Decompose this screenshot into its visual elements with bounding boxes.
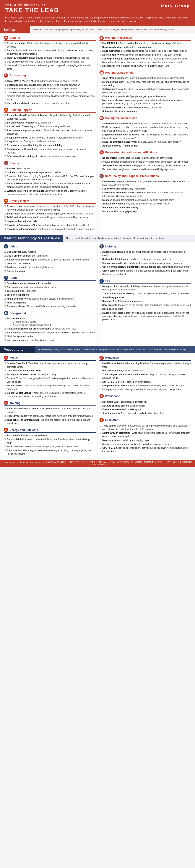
you-list: Manage color contrast in clothing choice… bbox=[100, 285, 191, 322]
header-subtitle: Virtual Selling Checklist: bbox=[5, 4, 59, 6]
list-item: Think 2D engagement and provide stimulus… bbox=[4, 56, 96, 60]
energy-title: 💪 Energy and Self-Care bbox=[4, 428, 96, 433]
list-item: 2. Green screen with digital background bbox=[10, 323, 96, 327]
motivation-title: 🚀 Motivation bbox=[100, 355, 191, 361]
list-item: Review background for professionalism: D… bbox=[4, 327, 96, 331]
list-item: Keep video on: Seeing you builds rapport… bbox=[4, 140, 96, 143]
list-item: Manage color contrast in clothing choice… bbox=[100, 285, 191, 292]
impact-title: 📊 Making the Impact Case bbox=[100, 116, 191, 121]
list-item: Make instructions clear for how to enter… bbox=[100, 49, 191, 53]
list-item: Take Treasured TIME for yourself doing t… bbox=[4, 445, 96, 448]
rapport-icon: 🤝 bbox=[4, 108, 8, 112]
general-title: ★ General bbox=[4, 36, 96, 40]
execution-block: ⚡ Execution TIME Sprint: Execute in the … bbox=[100, 418, 191, 453]
tech-content: 📹 Video Use video for every meeting Use … bbox=[0, 242, 195, 346]
lighting-block: 💡 Lighting Manage face lighting so it's … bbox=[100, 244, 191, 276]
impact-block: 📊 Making the Impact Case Know the impact… bbox=[100, 116, 191, 148]
list-item: Get a high-quality external mic or heads… bbox=[4, 282, 96, 285]
tech-left-col: 📹 Video Use video for every meeting Use … bbox=[2, 244, 98, 345]
list-item: Use RAIN Sales Conversation Planner to p… bbox=[100, 42, 191, 45]
tech-right-col: 💡 Lighting Manage face lighting so it's … bbox=[98, 244, 193, 345]
list-item: Reduce backlighting and overheads that c… bbox=[100, 258, 191, 261]
list-item: Engage with perception questions: Ask, "… bbox=[100, 133, 191, 140]
list-item: Do your homework: Research and know what… bbox=[100, 53, 191, 57]
list-item: Do less: Think, "If it's not going ho, i… bbox=[4, 377, 96, 384]
header-left: Virtual Selling Checklist: TAKE THE LEAD bbox=[5, 4, 59, 14]
tech-desc: Here are guidelines & tips specifically … bbox=[63, 235, 195, 242]
uncovering-list: Be organized: There's less tolerance for… bbox=[100, 156, 191, 171]
selling-section-header: Selling Here are guidelines and tips gea… bbox=[0, 26, 195, 33]
lighting-list: Manage face lighting so it's even with m… bbox=[100, 250, 191, 276]
driving-insight-title: 💡 Driving Insight bbox=[4, 198, 96, 204]
new-reality-icon: 🌐 bbox=[100, 174, 104, 178]
execution-list: TIME Sprint: Execute in the Zone and be … bbox=[100, 424, 191, 453]
list-item: Record your calls: With permission, reco… bbox=[4, 414, 96, 418]
motivation-block: 🚀 Motivation Use Extreme Productivity Mo… bbox=[100, 355, 191, 391]
list-item: 1. Prepare actual setting bbox=[10, 320, 96, 323]
list-item: Open strong with rapport, story, and eng… bbox=[100, 76, 191, 80]
selling-label: Selling bbox=[0, 26, 30, 33]
list-item: Demonstrate capability, integrity, and d… bbox=[4, 144, 96, 147]
list-item: Build rapport with email: Add personalit… bbox=[4, 148, 96, 155]
list-item: Watch the buyer's body language: Keep yo… bbox=[4, 189, 96, 196]
list-item: Make your ROI case graphically bbox=[100, 210, 191, 213]
focus-list: Obsess Over TIME: Take Treasured, increa… bbox=[4, 362, 96, 398]
audio-icon: 🎤 bbox=[4, 276, 8, 280]
rapport-block: 🤝 Building Rapport Remember the 4 Princi… bbox=[4, 108, 96, 158]
motivation-icon: 🚀 bbox=[100, 355, 104, 360]
workspace-icon: 🏠 bbox=[100, 394, 104, 398]
meeting-prep-list: Use RAIN Sales Conversation Planner to p… bbox=[100, 42, 191, 68]
header-desc: With virtual selling it's more important… bbox=[5, 16, 190, 23]
list-item: Shut the door for full concentration and… bbox=[100, 412, 191, 415]
list-item: Be organized: There's less tolerance for… bbox=[100, 156, 191, 160]
list-item: Minimize home noises such as barking, vo… bbox=[4, 297, 96, 301]
list-item: Move your phone and close messaging apps bbox=[100, 439, 191, 442]
list-item: Remain 1.5 to 2 feet from the camera bbox=[100, 300, 191, 303]
list-item: Share ideas, case studies, concepts, whi… bbox=[4, 212, 96, 216]
list-item: Ask non-work support questions: Proactiv… bbox=[4, 129, 96, 136]
list-item: Use green screen for digital background … bbox=[4, 339, 96, 342]
list-item: Green screen: If room lighting is hard t… bbox=[100, 269, 191, 276]
selling-content: ★ General Create advantage: Exhibit virt… bbox=[0, 33, 195, 235]
list-item: Use email: Communicate around meetings w… bbox=[4, 64, 96, 71]
list-item: Consider solitary/WFH disadvantages: Iso… bbox=[4, 91, 96, 101]
meeting-mgmt-icon: 📅 bbox=[100, 70, 104, 75]
general-icon: ★ bbox=[4, 36, 8, 40]
selling-desc: Here are guidelines and tips geared spec… bbox=[30, 26, 195, 33]
meeting-mgmt-title: 📅 Meeting Management bbox=[100, 70, 191, 75]
list-item: Test sound prior to meetings bbox=[4, 289, 96, 293]
execution-icon: ⚡ bbox=[100, 418, 104, 422]
list-item: Tell Convincing Stories to educate and i… bbox=[4, 216, 96, 219]
selling-left-col: ★ General Create advantage: Exhibit virt… bbox=[2, 36, 98, 234]
prospecting-list: Think WAVE: Winner's Mindset, Attraction… bbox=[4, 80, 96, 105]
list-item: Think WAVE: Winner's Mindset, Attraction… bbox=[4, 80, 96, 83]
audio-title: 🎤 Audio bbox=[4, 276, 96, 281]
list-item: Run tech checks for important meetings (… bbox=[100, 198, 191, 202]
list-item: Two core options: 1. Prepare actual sett… bbox=[4, 317, 96, 327]
list-item: Use video for every meeting bbox=[4, 250, 96, 254]
impact-icon: 📊 bbox=[100, 116, 104, 120]
focus-title: 🎯 Focus bbox=[4, 355, 96, 361]
list-item: Ask questions beforehand to engage and t… bbox=[100, 164, 191, 167]
list-item: Use a VB filter and test prior to meetin… bbox=[4, 254, 96, 258]
video-title: 📹 Video bbox=[4, 244, 96, 249]
workspace-title: 🏠 Workspace bbox=[100, 394, 191, 399]
list-item: Be authentic: Real office settings are b… bbox=[4, 331, 96, 335]
list-item: Use Extreme Productivity Morning Routine… bbox=[100, 362, 191, 369]
list-item: Prepare targeted questions to demonstrat… bbox=[100, 160, 191, 164]
list-item: Use color temperature adjustments for hu… bbox=[100, 265, 191, 269]
prod-section-header: Productivity When selling virtually, it'… bbox=[0, 346, 195, 353]
list-item: Create advantage: Exhibit virtual best p… bbox=[4, 42, 96, 49]
prod-right-col: 🚀 Motivation Use Extreme Productivity Mo… bbox=[98, 355, 193, 458]
list-item: Provide detailed summaries and follow up… bbox=[4, 227, 96, 231]
rain-logo: RAIN Group bbox=[161, 4, 190, 8]
list-item: Customize and personalize outreach to bu… bbox=[4, 83, 96, 87]
general-block: ★ General Create advantage: Exhibit virt… bbox=[4, 36, 96, 71]
you-block: 👤 You Manage color contrast in clothing … bbox=[100, 279, 191, 322]
video-list: Use video for every meeting Use a VB fil… bbox=[4, 250, 96, 273]
energy-block: 💪 Energy and Self-Care Practice mindfuln… bbox=[4, 428, 96, 456]
list-item: Know words, what, and spoken expectation… bbox=[100, 45, 191, 49]
training-list: Be proactive with your coach: Enlist you… bbox=[4, 407, 96, 425]
demos-block: 💻 Demos Prepare: Tailor the demo Include… bbox=[4, 161, 96, 196]
new-reality-title: 🌐 New Reality and Proposal Presentations bbox=[100, 174, 191, 179]
